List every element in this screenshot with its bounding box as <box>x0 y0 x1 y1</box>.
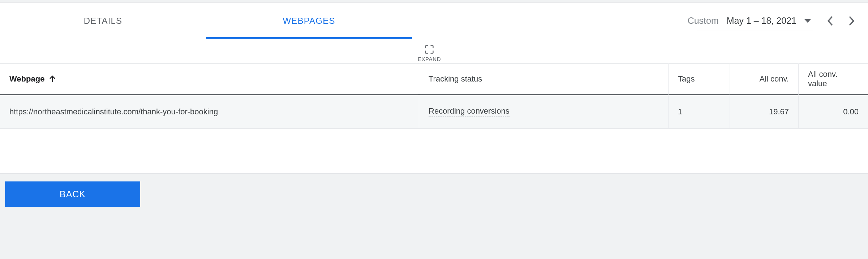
expand-icon <box>424 44 434 54</box>
tab-details-label: DETAILS <box>84 16 123 26</box>
next-period-button[interactable] <box>844 16 859 26</box>
cell-webpage: https://northeastmedicalinstitute.com/th… <box>9 107 218 117</box>
prev-period-button[interactable] <box>822 16 838 26</box>
tab-webpages[interactable]: WEBPAGES <box>206 3 412 39</box>
tabs: DETAILS WEBPAGES <box>0 3 412 39</box>
col-header-allconv[interactable]: All conv. <box>730 63 799 95</box>
col-header-tags[interactable]: Tags <box>669 63 730 95</box>
date-range-picker[interactable]: Custom May 1 – 18, 2021 <box>688 3 859 39</box>
back-button-label: BACK <box>60 189 86 199</box>
col-header-allconv-label: All conv. <box>759 74 789 84</box>
dropdown-icon[interactable] <box>804 19 811 23</box>
cell-allconvvalue: 0.00 <box>843 107 859 117</box>
col-header-allconvvalue[interactable]: All conv. value <box>799 63 868 95</box>
data-table: Webpage Tracking status Tags All conv. A… <box>0 63 868 128</box>
col-header-tracking-label: Tracking status <box>429 74 482 84</box>
col-header-allconvvalue-label: All conv. value <box>808 70 859 88</box>
table-cell-tracking: Recording conversions <box>419 95 669 128</box>
cell-tracking[interactable]: Recording conversions <box>429 106 510 117</box>
cell-allconv: 19.67 <box>769 107 789 117</box>
sort-asc-icon <box>49 75 56 83</box>
expand-row: EXPAND <box>0 39 868 63</box>
table-cell-allconvvalue: 0.00 <box>799 95 868 128</box>
col-header-webpage-label: Webpage <box>9 74 44 84</box>
col-header-tags-label: Tags <box>678 74 695 84</box>
table-cell-tags: 1 <box>669 95 730 128</box>
expand-label: EXPAND <box>418 56 441 62</box>
back-button[interactable]: BACK <box>5 181 140 207</box>
col-header-webpage[interactable]: Webpage <box>0 63 419 95</box>
tab-webpages-label: WEBPAGES <box>283 16 335 26</box>
table-footer-space <box>0 128 868 173</box>
cell-tags: 1 <box>678 107 682 117</box>
expand-button[interactable]: EXPAND <box>418 44 441 62</box>
col-header-tracking[interactable]: Tracking status <box>419 63 669 95</box>
date-range-label: Custom <box>688 16 719 26</box>
table-cell-allconv: 19.67 <box>730 95 799 128</box>
tab-details[interactable]: DETAILS <box>0 3 206 39</box>
date-underline <box>697 31 813 31</box>
header-bar: DETAILS WEBPAGES Custom May 1 – 18, 2021 <box>0 3 868 39</box>
table-cell-webpage: https://northeastmedicalinstitute.com/th… <box>0 95 419 128</box>
date-range-value[interactable]: May 1 – 18, 2021 <box>727 16 796 26</box>
